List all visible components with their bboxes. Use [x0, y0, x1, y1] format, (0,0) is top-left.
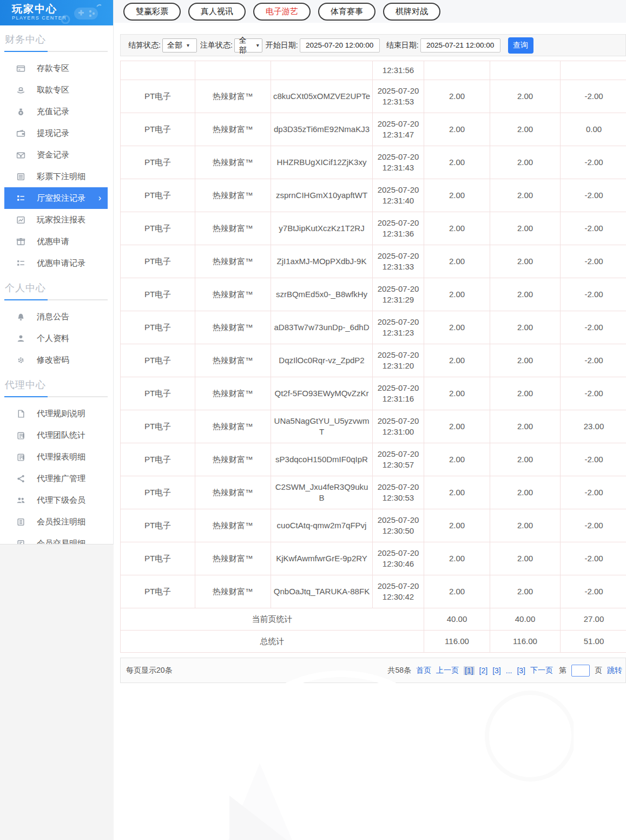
- cell-win-loss: -2.00: [561, 575, 626, 608]
- bet-clock: 12:30:50: [383, 526, 414, 535]
- tab-4[interactable]: 体育赛事: [318, 3, 375, 21]
- cell-game-name: 热辣财富™: [195, 476, 271, 509]
- cell-bet-amount: 2.00: [424, 410, 490, 443]
- table-row: PT电子热辣财富™aD83Tw7w73unDp-_6dhD2025-07-201…: [121, 311, 626, 344]
- jump-prefix-label: 第: [559, 666, 566, 675]
- page-link-1[interactable]: 首页: [416, 666, 431, 675]
- cell-order-code: y7BtJipKutXczKz1T2RJ: [271, 212, 373, 245]
- sidebar-item-withdraw-hand[interactable]: 取款专区: [4, 79, 108, 101]
- sidebar-item-label: 提现记录: [37, 128, 69, 139]
- sidebar-item-label: 代理下级会员: [37, 495, 85, 506]
- sidebar-item-deposit-card[interactable]: 存款专区: [4, 57, 108, 79]
- table-row: PT电子热辣财富™ZjI1axMJ-MOpPXdbJ-9K2025-07-201…: [121, 245, 626, 278]
- tab-3[interactable]: 电子游艺: [253, 3, 311, 21]
- sidebar-item-hall-bet-records[interactable]: 厅室投注记录›: [4, 187, 108, 209]
- funds-record-icon: [16, 150, 25, 160]
- tab-1[interactable]: 雙赢彩票: [123, 3, 181, 21]
- cell-valid-amount: 2.00: [490, 80, 561, 113]
- end-date-input[interactable]: [420, 38, 500, 52]
- cell-game-name: 热辣财富™: [195, 443, 271, 476]
- table-row: PT电子热辣财富™DqzIlOc0Rqr-vz_ZpdP22025-07-201…: [121, 344, 626, 377]
- cell-game-type: PT电子: [121, 344, 195, 377]
- cell-valid-amount: 2.00: [490, 146, 561, 179]
- cell-win-loss: -2.00: [561, 443, 626, 476]
- order-status-select[interactable]: 全部 ▾: [234, 38, 262, 52]
- sidebar-item-promo-records[interactable]: 优惠申请记录: [4, 252, 108, 274]
- start-date-label: 开始日期:: [266, 41, 298, 50]
- sidebar-item-user[interactable]: 个人资料: [4, 327, 108, 349]
- cell-bet-time: 2025-07-2012:31:36: [373, 212, 424, 245]
- sidebar-section-title: 财务中心: [0, 25, 113, 51]
- settle-status-select[interactable]: 全部 ▾: [162, 38, 197, 52]
- bell-icon: [16, 312, 25, 321]
- sidebar-item-doc[interactable]: 代理规则说明: [4, 403, 108, 424]
- sidebar-item-bell[interactable]: 消息公告: [4, 306, 108, 327]
- cell-order-code: aD83Tw7w73unDp-_6dhD: [271, 311, 373, 344]
- sidebar-item-team-stats[interactable]: 代理团队统计: [4, 424, 108, 446]
- cell-win-loss: -2.00: [561, 344, 626, 377]
- page-link-2[interactable]: 上一页: [436, 666, 459, 675]
- bet-clock: 12:31:43: [383, 163, 414, 172]
- bet-date: 2025-07-20: [378, 86, 419, 95]
- page-link-7[interactable]: [3]: [517, 666, 525, 675]
- sidebar-item-members[interactable]: 代理下级会员: [4, 489, 108, 511]
- chevron-right-icon: ›: [98, 193, 108, 203]
- bet-date: 2025-07-20: [378, 383, 419, 392]
- cell-bet-time: 2025-07-2012:30:57: [373, 443, 424, 476]
- jump-button[interactable]: 跳转: [607, 666, 622, 675]
- tab-5[interactable]: 棋牌对战: [383, 3, 440, 21]
- cell-bet-amount: 2.00: [424, 80, 490, 113]
- table-row: PT电子热辣财富™y7BtJipKutXczKz1T2RJ2025-07-201…: [121, 212, 626, 245]
- sidebar-item-member-bet-list[interactable]: 会员投注明细: [4, 511, 108, 533]
- bet-clock: 12:31:23: [383, 328, 414, 337]
- sidebar-item-bet-report-chart[interactable]: 玩家投注报表: [4, 209, 108, 231]
- per-page-text: 每页显示20条: [126, 666, 173, 675]
- stats-label: 当前页统计: [121, 608, 424, 631]
- brand-header: 玩家中心 PLAYERS CENTER: [0, 0, 113, 25]
- cell-game-type: PT电子: [121, 278, 195, 311]
- sidebar-item-promo-apply[interactable]: 优惠申请: [4, 231, 108, 252]
- sidebar-item-member-trade-list[interactable]: 会员交易明细: [4, 533, 108, 544]
- sidebar-item-share[interactable]: 代理推广管理: [4, 468, 108, 489]
- bet-date: 2025-07-20: [378, 416, 419, 425]
- cell-valid-amount: 2.00: [490, 179, 561, 212]
- search-button[interactable]: 查询: [508, 37, 533, 54]
- cell-bet-time: 2025-07-2012:31:40: [373, 179, 424, 212]
- sidebar-item-gear[interactable]: 修改密码: [4, 349, 108, 371]
- tab-2[interactable]: 真人视讯: [188, 3, 246, 21]
- start-date-input[interactable]: [300, 38, 380, 52]
- main-content: 雙赢彩票真人视讯电子游艺体育赛事棋牌对战 结算状态: 全部 ▾ 注单状态: 全部…: [114, 0, 626, 840]
- sidebar-item-label: 代理团队统计: [37, 430, 85, 441]
- sidebar-item-withdrawal-wallet[interactable]: 提现记录: [4, 122, 108, 144]
- stats-value: 27.00: [561, 608, 626, 631]
- user-icon: [16, 334, 25, 343]
- sidebar-item-funds-record[interactable]: 资金记录: [4, 144, 108, 166]
- cell-game-name: 热辣财富™: [195, 575, 271, 608]
- bet-clock: 12:30:42: [383, 592, 414, 601]
- cell-game-type: PT电子: [121, 443, 195, 476]
- page-link-3[interactable]: [1]: [464, 666, 475, 675]
- gear-icon: [16, 356, 25, 365]
- page-link-6[interactable]: ...: [506, 666, 512, 675]
- jump-suffix-label: 页: [595, 666, 602, 675]
- cell-game-name: 热辣财富™: [195, 410, 271, 443]
- bet-clock: 12:31:00: [383, 427, 414, 436]
- page-link-4[interactable]: [2]: [479, 666, 488, 675]
- sidebar-item-recharge-moneybag[interactable]: 充值记录: [4, 101, 108, 122]
- cell-bet-amount: 2.00: [424, 542, 490, 575]
- bet-clock: 12:31:29: [383, 295, 414, 304]
- sidebar-item-label: 代理推广管理: [37, 474, 85, 484]
- page-link-5[interactable]: [3]: [492, 666, 501, 675]
- table-row: PT电子热辣财富™KjKwfAwmfwrGrE-9p2RY2025-07-201…: [121, 542, 626, 575]
- stats-value: 40.00: [490, 608, 561, 631]
- stats-row-current-page: 当前页统计40.0040.0027.00: [121, 608, 626, 631]
- cell-bet-time: 2025-07-2012:31:33: [373, 245, 424, 278]
- withdraw-hand-icon: [16, 86, 25, 95]
- cell-bet-time: 2025-07-2012:30:42: [373, 575, 424, 608]
- bet-date: 2025-07-20: [378, 119, 419, 128]
- jump-page-input[interactable]: [571, 665, 590, 677]
- sidebar-item-lottery-bet-list[interactable]: 彩票下注明细: [4, 166, 108, 187]
- cell-valid-amount: 2.00: [490, 344, 561, 377]
- page-link-8[interactable]: 下一页: [530, 666, 553, 675]
- sidebar-item-report-detail[interactable]: 代理报表明细: [4, 446, 108, 468]
